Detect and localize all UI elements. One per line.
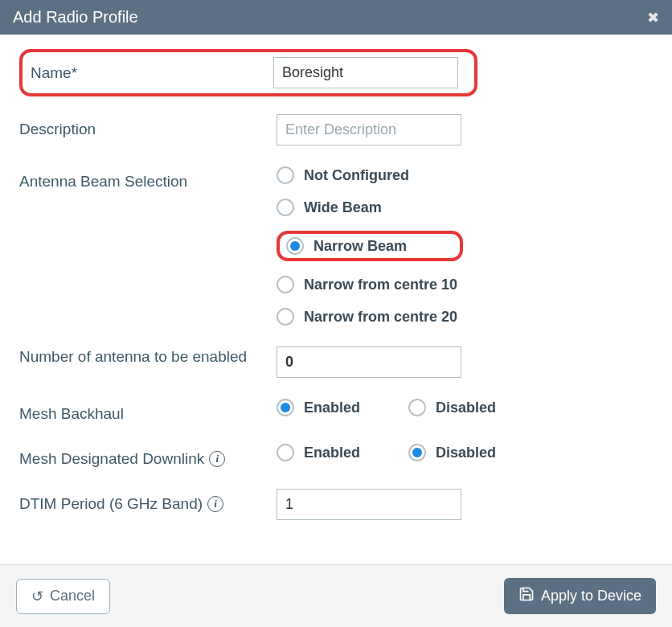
dtim-label: DTIM Period (6 GHz Band) i: [19, 489, 277, 513]
radio-narrow-10-label: Narrow from centre 10: [304, 277, 457, 293]
radio-narrow-10[interactable]: Narrow from centre 10: [277, 276, 653, 293]
mesh-downlink-group: Enabled Disabled: [277, 444, 653, 461]
save-icon: [518, 586, 535, 606]
add-radio-profile-dialog: Add Radio Profile ✖ Name* Description An…: [0, 0, 672, 627]
dtim-row: DTIM Period (6 GHz Band) i: [19, 489, 653, 520]
radio-narrow-20-label: Narrow from centre 20: [304, 309, 457, 326]
radio-wide-beam[interactable]: Wide Beam: [277, 199, 653, 216]
mesh-backhaul-group: Enabled Disabled: [277, 399, 653, 416]
dialog-title: Add Radio Profile: [13, 8, 138, 27]
info-icon[interactable]: i: [207, 496, 223, 512]
antenna-count-input[interactable]: [277, 346, 461, 378]
radio-circle-icon: [286, 237, 304, 255]
dialog-body: Name* Description Antenna Beam Selection…: [0, 35, 672, 564]
description-row: Description: [19, 114, 653, 145]
mesh-backhaul-enabled-label: Enabled: [304, 400, 360, 416]
radio-circle-icon: [277, 308, 294, 326]
antenna-beam-group: Not Configured Wide Beam Narrow Beam: [277, 166, 653, 326]
undo-icon: ↺: [31, 588, 43, 605]
name-highlight-box: Name*: [19, 49, 477, 96]
antenna-beam-row: Antenna Beam Selection Not Configured Wi…: [19, 166, 653, 326]
antenna-count-row: Number of antenna to be enabled: [19, 346, 653, 378]
mesh-downlink-disabled-label: Disabled: [436, 445, 496, 461]
mesh-backhaul-label: Mesh Backhaul: [19, 399, 277, 423]
apply-button-label: Apply to Device: [541, 588, 641, 604]
close-icon[interactable]: ✖: [647, 9, 659, 27]
mesh-downlink-disabled[interactable]: Disabled: [408, 444, 496, 461]
mesh-backhaul-enabled[interactable]: Enabled: [277, 399, 360, 416]
name-input[interactable]: [273, 57, 458, 88]
dtim-label-text: DTIM Period (6 GHz Band): [19, 495, 203, 513]
cancel-button[interactable]: ↺ Cancel: [16, 579, 110, 614]
cancel-button-label: Cancel: [50, 588, 95, 604]
radio-circle-icon: [277, 444, 294, 461]
radio-circle-icon: [277, 199, 294, 216]
mesh-backhaul-disabled-label: Disabled: [436, 400, 496, 416]
radio-circle-icon: [277, 166, 294, 184]
mesh-downlink-enabled-label: Enabled: [304, 445, 360, 461]
radio-wide-beam-label: Wide Beam: [304, 199, 382, 216]
radio-narrow-20[interactable]: Narrow from centre 20: [277, 308, 653, 326]
apply-button[interactable]: Apply to Device: [504, 578, 656, 614]
radio-circle-icon: [408, 399, 426, 416]
antenna-beam-label: Antenna Beam Selection: [19, 166, 277, 191]
radio-narrow-beam[interactable]: Narrow Beam: [286, 237, 407, 255]
mesh-backhaul-row: Mesh Backhaul Enabled Disabled: [19, 399, 653, 423]
description-label: Description: [19, 114, 277, 138]
radio-narrow-beam-label: Narrow Beam: [313, 238, 407, 255]
mesh-downlink-label: Mesh Designated Downlink i: [19, 444, 277, 468]
mesh-downlink-row: Mesh Designated Downlink i Enabled Disab…: [19, 444, 653, 468]
radio-circle-icon: [277, 276, 294, 293]
radio-not-configured[interactable]: Not Configured: [277, 166, 653, 184]
narrow-beam-highlight-box: Narrow Beam: [277, 231, 463, 261]
dtim-input[interactable]: [277, 489, 461, 520]
name-label: Name*: [31, 64, 273, 82]
dialog-header: Add Radio Profile ✖: [0, 0, 672, 35]
mesh-downlink-enabled[interactable]: Enabled: [277, 444, 360, 461]
radio-circle-icon: [277, 399, 294, 416]
info-icon[interactable]: i: [209, 451, 225, 467]
mesh-downlink-label-text: Mesh Designated Downlink: [19, 450, 204, 468]
description-input[interactable]: [277, 114, 461, 145]
antenna-count-label: Number of antenna to be enabled: [19, 346, 277, 366]
dialog-footer: ↺ Cancel Apply to Device: [0, 564, 672, 627]
radio-not-configured-label: Not Configured: [304, 167, 409, 184]
mesh-backhaul-disabled[interactable]: Disabled: [408, 399, 496, 416]
radio-circle-icon: [408, 444, 426, 461]
